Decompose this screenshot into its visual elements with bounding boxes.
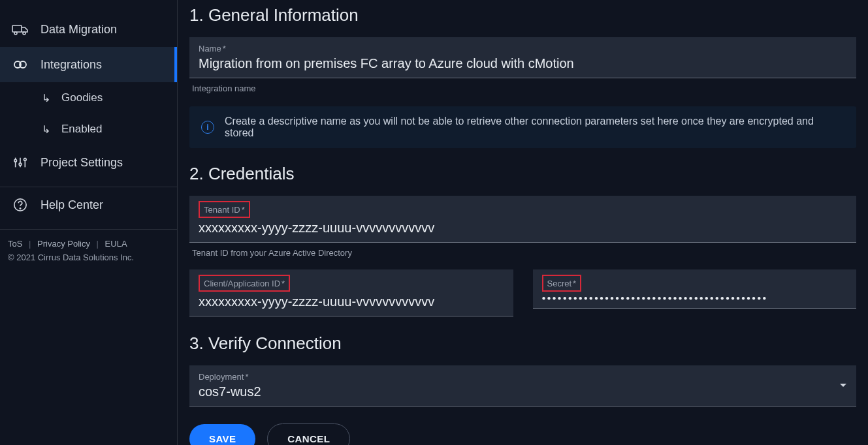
info-banner: i Create a descriptive name as you will … (189, 106, 856, 148)
name-input[interactable] (199, 56, 847, 71)
sidebar-item-data-migration[interactable]: Data Migration (0, 12, 177, 47)
secret-label-wrap: Secret (542, 275, 848, 292)
svg-point-2 (23, 32, 25, 35)
sidebar-item-label: Project Settings (40, 156, 123, 170)
truck-icon (12, 21, 29, 38)
sidebar-item-goodies[interactable]: ↳ Goodies (0, 82, 177, 114)
tenant-id-field[interactable]: Tenant ID (189, 196, 856, 243)
sub-arrow-icon: ↳ (42, 92, 51, 104)
name-field[interactable]: Name (189, 37, 856, 78)
eula-link[interactable]: EULA (105, 239, 127, 249)
info-icon: i (201, 121, 214, 134)
sidebar-item-label: Goodies (61, 91, 103, 104)
form-actions: SAVE CANCEL (189, 423, 856, 445)
section-general-title: 1. General Information (189, 5, 856, 25)
sliders-icon (12, 154, 29, 171)
svg-point-6 (14, 159, 17, 162)
deployment-value: cos7-wus2 (199, 384, 847, 399)
footer-links: ToS | Privacy Policy | EULA (0, 230, 177, 251)
sidebar-item-help-center[interactable]: Help Center (0, 187, 177, 222)
info-message: Create a descriptive name as you will no… (225, 115, 844, 139)
client-id-input[interactable] (199, 294, 504, 309)
secret-input[interactable]: ●●●●●●●●●●●●●●●●●●●●●●●●●●●●●●●●●●●●●●●●… (542, 294, 848, 301)
save-button[interactable]: SAVE (189, 424, 255, 445)
svg-point-12 (20, 208, 20, 209)
secret-field[interactable]: Secret ●●●●●●●●●●●●●●●●●●●●●●●●●●●●●●●●●… (533, 269, 857, 309)
sidebar-item-label: Integrations (40, 58, 102, 72)
sub-arrow-icon: ↳ (42, 123, 51, 136)
highlight-box: Tenant ID (199, 201, 250, 218)
name-helper: Integration name (192, 84, 854, 93)
svg-point-10 (24, 159, 27, 161)
section-credentials-title: 2. Credentials (189, 164, 856, 184)
deployment-label: Deployment (199, 372, 248, 382)
tos-link[interactable]: ToS (8, 239, 22, 249)
main-content: 1. General Information Name Integration … (178, 0, 868, 445)
link-icon (12, 56, 29, 73)
client-id-label-wrap: Client/Application ID (199, 275, 504, 292)
copyright: © 2021 Cirrus Data Solutions Inc. (0, 251, 177, 264)
help-icon (12, 196, 29, 213)
sidebar-item-label: Data Migration (40, 23, 117, 37)
sidebar-item-label: Enabled (61, 123, 102, 136)
highlight-box: Secret (542, 275, 582, 292)
section-verify-title: 3. Verify Connection (189, 333, 856, 354)
sidebar-item-project-settings[interactable]: Project Settings (0, 145, 177, 180)
highlight-box: Client/Application ID (199, 275, 290, 292)
sidebar-item-label: Help Center (40, 198, 103, 212)
sidebar: Data Migration Integrations ↳ Goodies ↳ … (0, 0, 178, 445)
tenant-helper: Tenant ID from your Azure Active Directo… (192, 248, 854, 258)
chevron-down-icon (839, 383, 847, 388)
svg-rect-0 (12, 25, 22, 32)
sidebar-item-enabled[interactable]: ↳ Enabled (0, 114, 177, 145)
tenant-id-label-wrap: Tenant ID (199, 201, 847, 218)
name-label: Name (199, 44, 226, 54)
client-id-field[interactable]: Client/Application ID (189, 269, 513, 316)
privacy-link[interactable]: Privacy Policy (37, 239, 90, 249)
cancel-button[interactable]: CANCEL (267, 423, 350, 445)
svg-point-1 (14, 32, 17, 35)
svg-point-8 (19, 163, 22, 166)
tenant-id-input[interactable] (199, 221, 847, 236)
sidebar-item-integrations[interactable]: Integrations (0, 47, 177, 82)
deployment-select[interactable]: Deployment cos7-wus2 (189, 365, 856, 407)
